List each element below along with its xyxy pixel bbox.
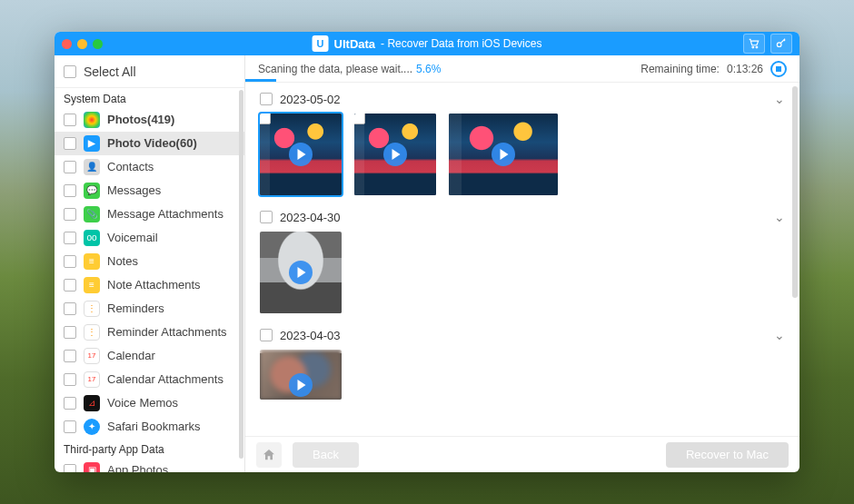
thumbnail-row — [258, 228, 787, 324]
app-title: U UltData - Recover Data from iOS Device… — [313, 35, 542, 52]
sidebar-item-label: Safari Bookmarks — [107, 418, 201, 436]
sidebar-item-label: Contacts — [107, 158, 154, 176]
video-thumbnail[interactable] — [260, 350, 342, 400]
thumb-checkbox[interactable] — [354, 114, 365, 124]
date-group-label: 2023-05-02 — [280, 93, 341, 106]
play-icon — [383, 143, 407, 166]
close-window-button[interactable] — [62, 39, 72, 49]
date-group-checkbox[interactable] — [260, 93, 273, 105]
thumb-checkbox[interactable] — [260, 114, 271, 124]
checkbox[interactable] — [64, 420, 76, 433]
app-window: U UltData - Recover Data from iOS Device… — [55, 32, 799, 472]
date-group-header[interactable]: 2023-04-03 ⌄ — [258, 324, 787, 346]
checkbox[interactable] — [64, 302, 76, 315]
sidebar-item-notes[interactable]: ≡Notes — [55, 250, 244, 273]
sidebar-item-contacts[interactable]: 👤Contacts — [55, 155, 244, 179]
checkbox[interactable] — [64, 350, 76, 362]
thumbnail-row — [258, 346, 787, 410]
sidebar-item-label: Messages — [107, 182, 161, 200]
home-icon — [262, 448, 276, 462]
sidebar-item-app-photos[interactable]: ▣App Photos — [55, 459, 244, 472]
checkbox[interactable] — [64, 114, 76, 126]
sidebar-item-label: Reminders — [107, 300, 164, 318]
chevron-down-icon[interactable]: ⌄ — [774, 328, 785, 342]
video-thumbnail[interactable] — [354, 114, 436, 195]
calendar-icon: 17 — [84, 348, 100, 364]
checkbox[interactable] — [64, 397, 76, 410]
chevron-down-icon[interactable]: ⌄ — [774, 92, 785, 106]
sidebar-item-reminders[interactable]: ⋮Reminders — [55, 297, 244, 321]
checkbox[interactable] — [64, 184, 76, 197]
svg-point-2 — [777, 43, 781, 47]
checkbox[interactable] — [64, 232, 76, 244]
safari-icon: ✦ — [84, 419, 100, 435]
sidebar-section-system: System Data — [55, 88, 244, 108]
checkbox[interactable] — [64, 326, 76, 339]
date-group-label: 2023-04-30 — [280, 211, 341, 224]
sidebar-item-reminder-attach[interactable]: ⋮Reminder Attachments — [55, 321, 244, 344]
home-button[interactable] — [256, 442, 282, 468]
remaining-time-value: 0:13:26 — [727, 63, 763, 75]
minimize-window-button[interactable] — [77, 39, 87, 49]
reminders-icon: ⋮ — [84, 301, 100, 317]
stop-scan-button[interactable] — [770, 61, 787, 77]
sidebar-item-label: Photos(419) — [107, 111, 174, 129]
sidebar-item-safari[interactable]: ✦Safari Bookmarks — [55, 415, 244, 439]
checkbox[interactable] — [64, 255, 76, 268]
voice-memos-icon: ⊿ — [84, 395, 100, 411]
sidebar-item-photos[interactable]: Photos(419) — [55, 108, 244, 132]
contacts-icon: 👤 — [84, 159, 100, 175]
sidebar-section-thirdparty: Third-party App Data — [55, 439, 244, 459]
checkbox[interactable] — [64, 137, 76, 150]
zoom-window-button[interactable] — [93, 39, 103, 49]
recover-button[interactable]: Recover to Mac — [666, 442, 789, 468]
svg-point-1 — [756, 46, 758, 48]
sidebar-item-label: Message Attachments — [107, 205, 223, 223]
sidebar-item-note-attach[interactable]: ≡Note Attachments — [55, 273, 244, 297]
back-button[interactable]: Back — [293, 442, 359, 468]
checkbox[interactable] — [64, 161, 76, 173]
sidebar-item-label: Calendar — [107, 347, 155, 365]
sidebar-item-voicemail[interactable]: ooVoicemail — [55, 226, 244, 250]
key-icon — [775, 37, 788, 50]
sidebar-item-calendar[interactable]: 17Calendar — [55, 344, 244, 368]
chevron-down-icon[interactable]: ⌄ — [774, 210, 785, 224]
sidebar-item-label: Notes — [107, 252, 138, 271]
window-controls — [62, 39, 103, 49]
date-group-label: 2023-04-03 — [280, 329, 341, 342]
app-subtitle: - Recover Data from iOS Devices — [381, 37, 541, 50]
svg-point-0 — [752, 46, 754, 48]
sidebar-item-voice-memos[interactable]: ⊿Voice Memos — [55, 391, 244, 415]
reminder-attach-icon: ⋮ — [84, 324, 100, 341]
video-thumbnail[interactable] — [260, 232, 342, 313]
key-button[interactable] — [770, 34, 792, 54]
sidebar-item-msg-attach[interactable]: 📎Message Attachments — [55, 203, 244, 226]
scan-progress-bar — [245, 79, 799, 82]
sidebar-item-label: Voice Memos — [107, 394, 178, 412]
photo-video-icon: ▶ — [84, 135, 100, 152]
sidebar-item-messages[interactable]: 💬Messages — [55, 179, 244, 203]
sidebar-item-label: Voicemail — [107, 229, 158, 247]
select-all-checkbox[interactable] — [64, 65, 76, 78]
date-group-checkbox[interactable] — [260, 329, 273, 341]
checkbox[interactable] — [64, 279, 76, 292]
date-group-header[interactable]: 2023-04-30 ⌄ — [258, 206, 787, 228]
play-icon — [289, 261, 313, 284]
sidebar-item-calendar-attach[interactable]: 17Calendar Attachments — [55, 368, 244, 391]
date-group-header[interactable]: 2023-05-02 ⌄ — [258, 88, 787, 110]
scan-status-bar: Scaning the data, please wait.... 5.6% R… — [245, 55, 799, 83]
sidebar-item-photo-video[interactable]: ▶Photo Video(60) — [55, 132, 244, 155]
video-thumbnail[interactable] — [260, 114, 342, 195]
video-thumbnail[interactable] — [449, 114, 558, 195]
content-area: 2023-05-02 ⌄ 2023-04-30 ⌄ — [245, 83, 799, 436]
play-icon — [492, 143, 515, 166]
date-group-checkbox[interactable] — [260, 211, 273, 223]
checkbox[interactable] — [64, 373, 76, 386]
sidebar-item-label: Calendar Attachments — [107, 371, 223, 389]
checkbox[interactable] — [64, 464, 76, 472]
select-all-row[interactable]: Select All — [55, 55, 244, 88]
sidebar-item-label: Note Attachments — [107, 276, 201, 294]
sidebar: Select All System Data Photos(419) ▶Phot… — [55, 55, 245, 472]
cart-button[interactable] — [743, 34, 765, 54]
checkbox[interactable] — [64, 208, 76, 221]
